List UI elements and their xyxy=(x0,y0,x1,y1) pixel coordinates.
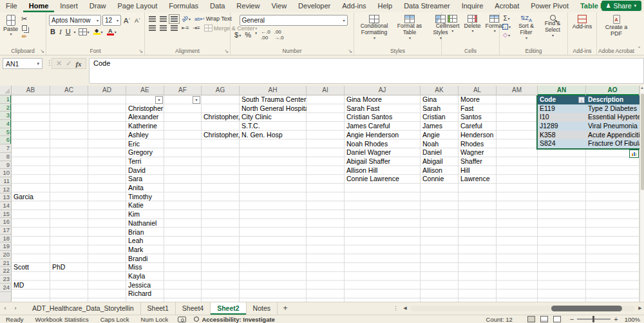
table-cell[interactable]: K358 xyxy=(538,131,586,140)
cell-AL2[interactable]: Fast xyxy=(459,104,497,113)
sheet-tab-sheet2[interactable]: Sheet2 xyxy=(211,302,246,315)
zoom-slider[interactable] xyxy=(577,318,611,320)
cell-AJ6[interactable]: Noah Rhodes xyxy=(345,140,421,149)
table-cell[interactable]: I10 xyxy=(538,113,586,122)
cell-AE8[interactable]: Terri xyxy=(126,157,164,166)
column-header-AO[interactable]: AO xyxy=(586,86,639,95)
percent-style-button[interactable]: % xyxy=(243,30,252,39)
cell-AL7[interactable]: Wagner xyxy=(459,148,497,157)
cell-AB20[interactable]: Scott xyxy=(12,263,50,272)
autofilter-button-AE1[interactable]: ▾ xyxy=(155,96,163,104)
column-header-AB[interactable]: AB xyxy=(12,86,50,95)
column-header-AK[interactable]: AK xyxy=(421,86,459,95)
cell-AK7[interactable]: Daniel xyxy=(421,148,459,157)
row-header-9[interactable]: 9 xyxy=(0,161,12,170)
cell-AE10[interactable]: Sara xyxy=(126,175,164,184)
select-all-corner[interactable] xyxy=(0,86,12,95)
align-bottom-button[interactable] xyxy=(169,15,179,23)
cell-AE12[interactable]: Timothy xyxy=(126,193,164,202)
ribbon-tab-developer[interactable]: Developer xyxy=(292,0,336,12)
table-header-description[interactable]: Description xyxy=(586,95,639,104)
cell-AE20[interactable]: Miss xyxy=(126,263,164,272)
cell-AL3[interactable]: Santos xyxy=(459,113,497,122)
ribbon-tab-data[interactable]: Data xyxy=(204,0,231,12)
accessibility-checker-button[interactable]: Accessibility: Investigate xyxy=(190,316,279,323)
confirm-entry-icon[interactable]: ✓ xyxy=(66,59,71,68)
column-header-AC[interactable]: AC xyxy=(50,86,88,95)
cell-AJ7[interactable]: Daniel Wagner xyxy=(345,148,421,157)
cell-AE3[interactable]: Alexander xyxy=(126,113,164,122)
cell-AE17[interactable]: Leah xyxy=(126,237,164,246)
sheet-tab-sheet1[interactable]: Sheet1 xyxy=(141,302,176,315)
cell-AG3[interactable]: Christopher,A xyxy=(202,113,240,122)
vertical-scroll-thumb[interactable] xyxy=(641,93,644,190)
format-as-table-button[interactable]: Format as Table ▾ xyxy=(394,14,425,46)
ribbon-tab-draw[interactable]: Draw xyxy=(84,0,112,12)
cell-AE4[interactable]: Katherine xyxy=(126,122,164,131)
sheet-tab-notes[interactable]: Notes xyxy=(247,302,278,315)
cell-AL9[interactable]: Hill xyxy=(459,166,497,175)
cell-AE6[interactable]: Eric xyxy=(126,140,164,149)
align-middle-button[interactable] xyxy=(158,15,168,23)
cell-AE22[interactable]: Jessica xyxy=(126,281,164,290)
row-header-2[interactable]: 2 xyxy=(0,104,12,112)
clear-button[interactable]: ◇▾ xyxy=(501,31,512,39)
cell-AE16[interactable]: Brian xyxy=(126,228,164,237)
clipboard-dialog-launcher[interactable]: ↘ xyxy=(40,48,44,54)
cell-AE5[interactable]: Ashley xyxy=(126,131,164,140)
ribbon-tab-file[interactable]: File xyxy=(0,0,23,12)
cell-AK6[interactable]: Noah xyxy=(421,140,459,149)
excel-table-code-description[interactable]: Code↓DescriptionE119Type 2 DiabetesI10Es… xyxy=(538,95,639,148)
page-layout-view-button[interactable] xyxy=(540,316,548,322)
format-painter-button[interactable]: ✏ xyxy=(20,32,28,41)
scrollbar-splitter[interactable]: ⋮ xyxy=(393,305,399,311)
align-center-button[interactable] xyxy=(158,24,168,32)
fill-color-button[interactable]: ◆▾ xyxy=(92,28,104,35)
number-format-select[interactable]: General▾ xyxy=(240,15,348,26)
row-header-11[interactable]: 11 xyxy=(0,177,12,186)
row-header-24[interactable]: 24 xyxy=(0,284,12,292)
cell-AG5[interactable]: Christopher,A xyxy=(202,131,240,140)
cell-AB22[interactable]: MD xyxy=(12,281,50,290)
table-cell[interactable]: Type 2 Diabetes xyxy=(586,104,639,113)
cell-AJ4[interactable]: James Careful xyxy=(345,122,421,131)
ribbon-tab-review[interactable]: Review xyxy=(231,0,265,12)
share-button[interactable]: ♟ Share ▾ xyxy=(601,1,641,11)
paste-button[interactable]: Paste ▾ xyxy=(1,14,20,41)
row-header-6[interactable]: 6 xyxy=(0,136,12,144)
zoom-slider-thumb[interactable] xyxy=(592,316,594,322)
cell-AB12[interactable]: Garcia xyxy=(12,193,50,202)
autofilter-button-AF1[interactable]: ▾ xyxy=(193,96,200,104)
collapse-ribbon-chevron-icon[interactable]: ˆ xyxy=(638,46,640,52)
cell-AK10[interactable]: Connie xyxy=(421,175,459,184)
autosum-button[interactable]: Σ▾ xyxy=(501,14,512,23)
table-filter-sort-icon[interactable]: ↓ xyxy=(578,97,585,103)
zoom-level[interactable]: 100% xyxy=(625,316,644,323)
row-header-3[interactable]: 3 xyxy=(0,112,12,120)
cell-AE9[interactable]: David xyxy=(126,166,164,175)
cell-AL6[interactable]: Rhodes xyxy=(459,140,497,149)
normal-view-button[interactable] xyxy=(527,316,535,322)
cell-AL10[interactable]: Lawrence xyxy=(459,175,497,184)
cell-AE19[interactable]: Brandi xyxy=(126,255,164,264)
row-header-19[interactable]: 19 xyxy=(0,242,12,251)
ribbon-tab-help[interactable]: Help xyxy=(372,0,399,12)
row-header-10[interactable]: 10 xyxy=(0,169,12,177)
row-header-13[interactable]: 13 xyxy=(0,193,12,202)
column-header-AH[interactable]: AH xyxy=(240,86,307,95)
cell-AE11[interactable]: Anita xyxy=(126,184,164,193)
comma-style-button[interactable]: ’ xyxy=(254,30,258,39)
row-header-14[interactable]: 14 xyxy=(0,202,12,210)
cut-button[interactable]: ✂ xyxy=(20,14,28,24)
cell-AJ1[interactable]: Gina Moore xyxy=(345,95,421,104)
table-cell[interactable]: Viral Pneumonia xyxy=(586,122,639,131)
cell-AE14[interactable]: Kim xyxy=(126,210,164,219)
font-color-button[interactable]: A▾ xyxy=(106,28,118,36)
wrap-text-button[interactable]: ab↩Wrap Text xyxy=(193,15,233,23)
cell-AL4[interactable]: Careful xyxy=(459,122,497,131)
table-cell[interactable]: Acute Appendicitis xyxy=(586,131,639,140)
insert-cells-button[interactable]: Insert ▾ xyxy=(443,14,462,46)
ribbon-tab-add-ins[interactable]: Add-ins xyxy=(336,0,372,12)
addins-button[interactable]: Add-ins xyxy=(569,14,595,30)
accounting-format-button[interactable]: $▾ xyxy=(233,30,242,39)
